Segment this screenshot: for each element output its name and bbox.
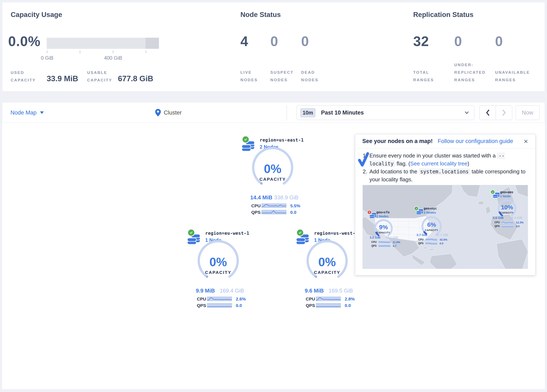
view-selector-dropdown[interactable]: Node Map (10, 102, 44, 123)
qps-value: 0.0 (236, 303, 242, 308)
qps-sparkline (316, 303, 341, 308)
time-step-forward-button[interactable] (496, 106, 512, 120)
region-card-eu-west-1[interactable]: region=eu-west-1 1 Node 0% CAPACITY 9.9 … (185, 228, 254, 310)
capacity-range: 9.6 MiB 169.5 GiB (305, 288, 353, 294)
step-1: 1. Ensure every node in your cluster was… (363, 152, 528, 168)
region-card-us-west-1[interactable]: region=us-west-1 1 Node 0% CAPACITY 9.6 … (294, 228, 363, 310)
map-node-name: geo=sfo (376, 210, 390, 214)
configuration-guide-link[interactable]: Follow our configuration guide (438, 138, 513, 144)
now-button[interactable]: Now (516, 105, 540, 120)
cpu-sparkline (207, 296, 232, 301)
time-range-badge: 10m (300, 108, 316, 117)
capacity-usage-percent: 0.0% (8, 33, 41, 49)
gauge-percent: 0% (195, 255, 241, 269)
region-card-us-east-1[interactable]: region=us-east-1 2 Nodes 0% CAPACITY 14.… (240, 135, 309, 217)
gauge-capacity-label: CAPACITY (421, 229, 442, 231)
used-value: 3.2 GiB (370, 236, 381, 239)
capacity-tick-400: 400 GiB (104, 55, 122, 61)
cpu-sparkline (316, 296, 341, 301)
cpu-label: CPU (418, 238, 424, 241)
cpu-label: CPU (306, 296, 315, 302)
node-map-page: Capacity Usage 0.0% 0 GiB 400 GiB USED C… (0, 0, 547, 392)
used-value: 9.9 MiB (196, 288, 215, 294)
chevron-left-icon (486, 110, 490, 116)
cpu-value: 42.5% (440, 238, 447, 241)
check-icon (244, 138, 247, 141)
replication-status-title: Replication Status (413, 11, 473, 19)
map-preview: 1 geo=sfo 2 Nodes 9% CAPACITY 3.2 GiB 35… (362, 185, 528, 269)
qps-sparkline (207, 303, 232, 308)
under-replicated-ranges-label: UNDER-REPLICATED RANGES (454, 61, 490, 84)
used-capacity-value: 33.9 MiB (47, 74, 78, 83)
cpu-metric: CPU 2.6% (197, 296, 249, 302)
capacity-gauge: 0% CAPACITY (195, 238, 241, 284)
capacity-axis: 0 GiB 400 GiB (47, 50, 159, 61)
cpu-label: CPU (197, 296, 206, 302)
healthy-check-badge (187, 229, 195, 236)
map-node-name: geo=nyc (424, 207, 437, 210)
total-ranges-label: TOTAL RANGES (413, 69, 440, 84)
total-value: 65.7 GiB (436, 233, 448, 237)
total-value: 169.5 GiB (328, 288, 353, 294)
step-2-number: 2. (363, 168, 369, 183)
qps-label: QPS (197, 303, 206, 308)
region-name: region=us-west-1 (314, 231, 358, 236)
map-node-nodes-link[interactable]: 1 Node (500, 194, 511, 198)
cpu-sparkline (425, 238, 438, 241)
gauge-capacity-label: CAPACITY (195, 270, 241, 275)
cpu-label: CPU (251, 203, 260, 208)
map-node-name: geo=ams (500, 190, 513, 194)
healthy-check-badge (242, 136, 249, 143)
capacity-gauge: 0% CAPACITY (304, 238, 350, 284)
cpu-sparkline (261, 203, 287, 208)
cpu-value: 2.6% (236, 296, 246, 302)
gauge-percent: 6% (421, 221, 442, 228)
unavailable-ranges-value: 0 (495, 33, 503, 49)
node-status-title: Node Status (240, 11, 281, 19)
live-nodes-value: 4 (240, 33, 248, 49)
map-node-nodes-link[interactable]: 2 Nodes (424, 211, 436, 214)
cpu-metric: CPU 5.5% (251, 203, 304, 208)
gauge-capacity-label: CAPACITY (373, 231, 394, 234)
gauge-percent: 10% (497, 204, 518, 211)
capacity-range: 9.9 MiB 169.4 GiB (196, 288, 244, 294)
breadcrumb-label: Cluster (164, 110, 182, 116)
qps-label: QPS (306, 303, 315, 308)
qps-metric: QPS 0.0 (251, 210, 304, 215)
close-icon (524, 139, 528, 144)
breadcrumb[interactable]: Cluster (155, 102, 182, 123)
view-selector-label: Node Map (10, 110, 37, 116)
dead-nodes-label: DEAD NODES (301, 69, 326, 84)
time-step-back-button[interactable] (479, 106, 496, 120)
qps-sparkline (502, 225, 514, 227)
cpu-sparkline (502, 221, 514, 224)
qps-metric: QPS 0.0 (197, 303, 249, 308)
gauge-capacity-label: CAPACITY (497, 212, 518, 214)
total-value: 35.1 GiB (386, 236, 398, 239)
close-button[interactable] (524, 139, 528, 144)
chevron-down-icon (465, 111, 469, 114)
capacity-usage-bar-end (145, 38, 159, 49)
check-icon (189, 231, 193, 234)
cpu-value: 12.3% (516, 221, 524, 224)
capacity-range: 14.4 MiB 338.9 GiB (250, 194, 298, 201)
warning-badge: 1 (367, 210, 372, 215)
map-node-nodes-link[interactable]: 2 Nodes (376, 214, 389, 218)
locality-tree-link[interactable]: See current locality tree (410, 160, 467, 167)
suspect-nodes-value: 0 (270, 33, 278, 49)
popup-title: See your nodes on a map! (362, 138, 433, 144)
qps-value: 0.0 (345, 303, 351, 308)
time-range-label: Past 10 Minutes (321, 110, 364, 116)
time-range-dropdown[interactable]: 10m Past 10 Minutes (297, 105, 474, 120)
popup-steps: 1. Ensure every node in your cluster was… (363, 152, 528, 183)
total-value: 34.4 GiB (510, 216, 522, 220)
usable-capacity-value: 677.8 GiB (118, 74, 153, 83)
step-2-text: Add locations to the system.locations ta… (369, 168, 528, 183)
nodes-on-map-popup: See your nodes on a map! Follow our conf… (355, 134, 535, 275)
cpu-value: 5.5% (290, 203, 300, 208)
healthy-check-badge (414, 206, 419, 211)
step-done-check-icon (358, 152, 369, 168)
map-toolbar: Node Map Cluster 10m Past 10 Minutes (2, 102, 545, 123)
region-name: region=us-east-1 (260, 138, 304, 143)
gauge-percent: 9% (373, 224, 394, 231)
